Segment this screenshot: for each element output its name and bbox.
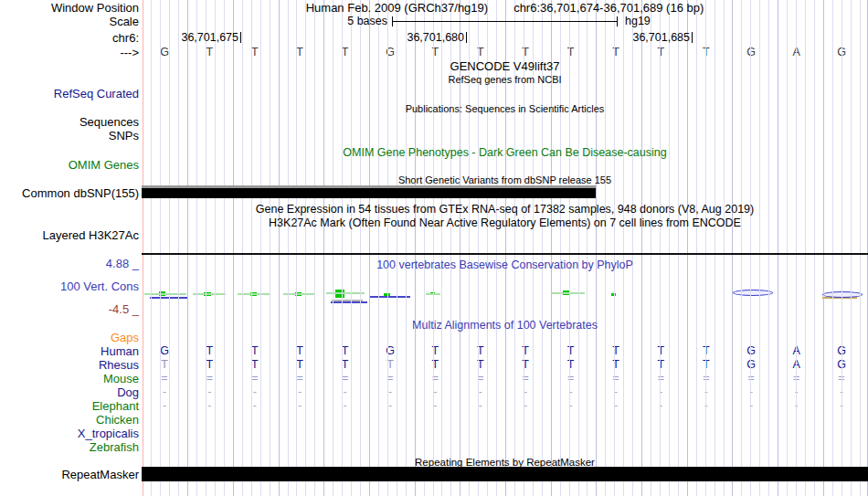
track-title-gtex[interactable]: Gene Expression in 54 tissues from GTEx …: [142, 203, 868, 216]
multiz-human-base: T: [564, 344, 578, 357]
multiz-elephant-gap: -: [473, 399, 488, 412]
label-refseq-curated[interactable]: RefSeq Curated: [54, 87, 139, 100]
sequence-base: G: [383, 46, 397, 58]
multiz-mouse-gap: =: [518, 372, 533, 385]
multiz-mouse-gap: =: [653, 372, 668, 385]
multiz-rhesus-base: T: [473, 358, 488, 371]
sequence-base: T: [473, 46, 488, 58]
sequence-base: T: [428, 46, 442, 58]
track-title-multiz[interactable]: Multiz Alignments of 100 Vertebrates: [142, 319, 868, 332]
label-species-mouse[interactable]: Mouse: [103, 372, 139, 385]
conservation-mark-lens: [733, 290, 773, 296]
multiz-human-base: T: [653, 344, 668, 357]
label-species-xtropicalis[interactable]: X_tropicalis: [78, 427, 139, 440]
multiz-elephant-gap: -: [653, 399, 668, 412]
label-snps[interactable]: SNPs: [109, 129, 139, 142]
multiz-human-base: T: [428, 344, 442, 357]
scale-bar: [392, 21, 618, 22]
label-common-dbsnp[interactable]: Common dbSNP(155): [22, 186, 139, 200]
genome-label: hg19: [625, 15, 651, 27]
coordinate-tick: [240, 32, 241, 43]
multiz-dog-gap: -: [653, 385, 668, 398]
track-subtitle-dbsnp[interactable]: Short Genetic Variants from dbSNP releas…: [142, 174, 868, 185]
conservation-mark-neg-line: [331, 301, 367, 303]
track-title-publications[interactable]: Publications: Sequences in Scientific Ar…: [142, 103, 868, 114]
multiz-mouse-gap: =: [383, 372, 397, 385]
multiz-rhesus-base: T: [518, 358, 533, 371]
multiz-rhesus-base: T: [609, 358, 623, 371]
multiz-human-base: G: [383, 344, 397, 357]
conservation-mark-neg-line: [370, 296, 410, 298]
sequence-base: T: [653, 46, 668, 58]
multiz-human-base: T: [609, 344, 623, 357]
label-scale: Scale: [109, 15, 139, 28]
multiz-mouse-gap: =: [428, 372, 442, 385]
track-title-repeatmasker[interactable]: Repeating Elements by RepeatMasker: [142, 457, 868, 468]
label-sequences[interactable]: Sequences: [79, 115, 139, 129]
multiz-elephant-gap: -: [518, 399, 533, 412]
scale-bar-left-tick: [392, 16, 393, 26]
multiz-mouse-gap: =: [609, 372, 623, 385]
multiz-rhesus-base: T: [699, 358, 714, 371]
label-cons-max: 4.88 _: [106, 257, 139, 270]
multiz-dog-gap: -: [428, 385, 442, 398]
multiz-dog-gap: -: [473, 385, 488, 398]
multiz-human-base: T: [699, 344, 714, 357]
sequence-base: T: [609, 46, 623, 58]
label-species-chicken[interactable]: Chicken: [96, 413, 139, 427]
multiz-rhesus-base: T: [653, 358, 668, 371]
track-subtitle-refseq[interactable]: RefSeq genes from NCBI: [142, 74, 868, 85]
multiz-elephant-gap: -: [609, 399, 623, 412]
track-title-phylop[interactable]: 100 vertebrates Basewise Conservation by…: [142, 259, 868, 271]
sequence-base: T: [564, 46, 578, 58]
multiz-dog-gap: -: [383, 385, 397, 398]
scale-value: 5 bases: [347, 15, 387, 27]
coordinate-tick: [466, 32, 467, 43]
label-gaps[interactable]: Gaps: [111, 331, 139, 344]
multiz-dog-gap: -: [609, 385, 623, 398]
label-cons-min: -4.5 _: [109, 302, 139, 316]
multiz-dog-gap: -: [699, 385, 714, 398]
sequence-base: T: [699, 46, 714, 58]
multiz-dog-gap: -: [518, 385, 533, 398]
label-strand-arrow: --->: [120, 46, 139, 59]
header-line: Human Feb. 2009 (GRCh37/hg19) chr6:36,70…: [142, 1, 868, 15]
conservation-mark-lens: [822, 291, 863, 298]
multiz-elephant-gap: -: [699, 399, 714, 412]
label-species-elephant[interactable]: Elephant: [92, 399, 139, 413]
label-species-rhesus[interactable]: Rhesus: [99, 358, 139, 372]
label-species-human[interactable]: Human: [101, 344, 139, 358]
scale-bar-right-tick: [617, 16, 618, 26]
label-species-dog[interactable]: Dog: [117, 385, 139, 399]
assembly-title: Human Feb. 2009 (GRCh37/hg19): [306, 1, 488, 15]
multiz-rhesus-base: T: [428, 358, 442, 371]
multiz-rhesus-base: T: [564, 358, 578, 371]
coordinate-label: 36,701,680: [407, 31, 464, 44]
multiz-human-base: T: [473, 344, 488, 357]
multiz-human-base: T: [518, 344, 533, 357]
conservation-mark-gray-line: [332, 300, 363, 301]
coordinate-label: 36,701,675: [181, 31, 238, 44]
track-title-omim[interactable]: OMIM Gene Phenotypes - Dark Green Can Be…: [142, 146, 868, 159]
multiz-rhesus-base: T: [383, 358, 397, 371]
label-layered-h3k27ac[interactable]: Layered H3K27Ac: [42, 228, 139, 242]
multiz-mouse-gap: =: [564, 372, 578, 385]
multiz-elephant-gap: -: [428, 399, 442, 412]
label-omim-genes[interactable]: OMIM Genes: [69, 158, 139, 172]
position-title: chr6:36,701,674-36,701,689 (16 bp): [513, 1, 704, 15]
multiz-dog-gap: -: [564, 385, 578, 398]
label-window-position: Window Position: [51, 1, 139, 15]
coordinate-label: 36,701,685: [632, 31, 690, 44]
label-repeatmasker[interactable]: RepeatMasker: [61, 468, 139, 481]
label-species-zebrafish[interactable]: Zebrafish: [90, 440, 139, 454]
genome-browser: --------------------------------========…: [0, 0, 868, 496]
conservation-mark-range-line: [193, 293, 226, 295]
dbsnp-bar[interactable]: [142, 188, 596, 199]
track-title-gencode[interactable]: GENCODE V49lift37: [142, 59, 868, 73]
label-vert-cons[interactable]: 100 Vert. Cons: [60, 280, 139, 293]
repeatmasker-bar[interactable]: [142, 467, 868, 481]
sequence-base: T: [518, 46, 533, 58]
coordinate-tick: [692, 32, 693, 43]
track-title-h3k27ac[interactable]: H3K27Ac Mark (Often Found Near Active Re…: [142, 216, 868, 229]
multiz-elephant-gap: -: [564, 399, 578, 412]
